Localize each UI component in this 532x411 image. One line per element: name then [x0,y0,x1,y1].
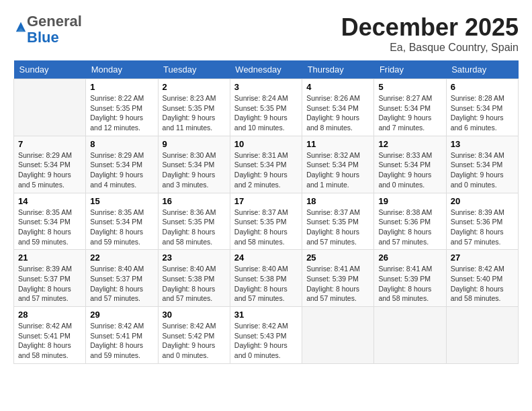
calendar-cell: 24Sunrise: 8:40 AMSunset: 5:38 PMDayligh… [230,250,302,307]
day-info: Sunrise: 8:29 AMSunset: 5:34 PMDaylight:… [90,150,153,190]
logo-blue-text: Blue [27,29,59,46]
calendar-cell: 4Sunrise: 8:26 AMSunset: 5:34 PMDaylight… [302,79,374,136]
logo-icon [15,21,27,33]
day-number: 20 [451,196,514,206]
day-info: Sunrise: 8:33 AMSunset: 5:34 PMDaylight:… [378,150,441,190]
calendar-week-row: 1Sunrise: 8:22 AMSunset: 5:35 PMDaylight… [14,79,519,136]
calendar-cell: 12Sunrise: 8:33 AMSunset: 5:34 PMDayligh… [374,136,446,193]
calendar-cell: 6Sunrise: 8:28 AMSunset: 5:34 PMDaylight… [446,79,518,136]
day-number: 27 [451,253,514,263]
calendar-cell [446,307,518,364]
day-number: 23 [163,253,226,263]
day-info: Sunrise: 8:32 AMSunset: 5:34 PMDaylight:… [306,150,369,190]
day-info: Sunrise: 8:23 AMSunset: 5:35 PMDaylight:… [163,93,226,133]
day-info: Sunrise: 8:31 AMSunset: 5:34 PMDaylight:… [234,150,298,190]
weekday-header: Monday [86,60,158,79]
day-info: Sunrise: 8:38 AMSunset: 5:36 PMDaylight:… [378,208,441,247]
day-info: Sunrise: 8:39 AMSunset: 5:37 PMDaylight:… [18,264,81,304]
day-number: 3 [234,82,298,92]
calendar-cell: 13Sunrise: 8:34 AMSunset: 5:34 PMDayligh… [446,136,518,193]
day-info: Sunrise: 8:41 AMSunset: 5:39 PMDaylight:… [378,264,441,304]
calendar-header: SundayMondayTuesdayWednesdayThursdayFrid… [14,60,519,79]
day-info: Sunrise: 8:42 AMSunset: 5:41 PMDaylight:… [90,321,153,361]
day-number: 24 [234,253,298,263]
weekday-header: Sunday [14,60,86,79]
day-number: 19 [378,196,441,206]
calendar-cell: 17Sunrise: 8:37 AMSunset: 5:35 PMDayligh… [230,193,302,250]
day-number: 22 [90,253,153,263]
calendar-cell: 2Sunrise: 8:23 AMSunset: 5:35 PMDaylight… [158,79,230,136]
calendar-cell: 20Sunrise: 8:39 AMSunset: 5:36 PMDayligh… [446,193,518,250]
weekday-header: Tuesday [158,60,230,79]
calendar-cell: 23Sunrise: 8:40 AMSunset: 5:38 PMDayligh… [158,250,230,307]
day-number: 31 [234,310,298,320]
day-info: Sunrise: 8:41 AMSunset: 5:39 PMDaylight:… [306,264,369,304]
day-number: 8 [90,139,153,149]
day-number: 26 [378,253,441,263]
day-info: Sunrise: 8:35 AMSunset: 5:34 PMDaylight:… [18,208,81,247]
day-number: 28 [18,310,81,320]
day-number: 29 [90,310,153,320]
day-number: 17 [234,196,298,206]
day-number: 30 [163,310,226,320]
calendar-cell: 25Sunrise: 8:41 AMSunset: 5:39 PMDayligh… [302,250,374,307]
calendar-cell: 22Sunrise: 8:40 AMSunset: 5:37 PMDayligh… [86,250,158,307]
location: Ea, Basque Country, Spain [341,42,519,54]
weekday-header: Friday [374,60,446,79]
day-info: Sunrise: 8:42 AMSunset: 5:40 PMDaylight:… [451,264,514,304]
day-info: Sunrise: 8:42 AMSunset: 5:42 PMDaylight:… [163,321,226,361]
calendar-body: 1Sunrise: 8:22 AMSunset: 5:35 PMDaylight… [14,79,519,364]
calendar-week-row: 21Sunrise: 8:39 AMSunset: 5:37 PMDayligh… [14,250,519,307]
day-info: Sunrise: 8:22 AMSunset: 5:35 PMDaylight:… [90,93,153,133]
day-info: Sunrise: 8:37 AMSunset: 5:35 PMDaylight:… [234,208,298,247]
calendar-cell: 30Sunrise: 8:42 AMSunset: 5:42 PMDayligh… [158,307,230,364]
calendar-cell: 16Sunrise: 8:36 AMSunset: 5:35 PMDayligh… [158,193,230,250]
day-info: Sunrise: 8:40 AMSunset: 5:38 PMDaylight:… [163,264,226,304]
calendar-cell: 15Sunrise: 8:35 AMSunset: 5:34 PMDayligh… [86,193,158,250]
day-number: 14 [18,196,81,206]
day-number: 4 [306,82,369,92]
calendar-cell: 14Sunrise: 8:35 AMSunset: 5:34 PMDayligh… [14,193,86,250]
title-area: December 2025 Ea, Basque Country, Spain [341,13,519,54]
day-info: Sunrise: 8:40 AMSunset: 5:37 PMDaylight:… [90,264,153,304]
calendar-cell: 8Sunrise: 8:29 AMSunset: 5:34 PMDaylight… [86,136,158,193]
calendar-cell: 27Sunrise: 8:42 AMSunset: 5:40 PMDayligh… [446,250,518,307]
day-number: 5 [378,82,441,92]
calendar-cell: 7Sunrise: 8:29 AMSunset: 5:34 PMDaylight… [14,136,86,193]
day-number: 9 [163,139,226,149]
calendar-cell: 10Sunrise: 8:31 AMSunset: 5:34 PMDayligh… [230,136,302,193]
day-info: Sunrise: 8:40 AMSunset: 5:38 PMDaylight:… [234,264,298,304]
day-info: Sunrise: 8:37 AMSunset: 5:35 PMDaylight:… [306,208,369,247]
day-info: Sunrise: 8:27 AMSunset: 5:34 PMDaylight:… [378,93,441,133]
weekday-header: Saturday [446,60,518,79]
day-number: 25 [306,253,369,263]
calendar-table: SundayMondayTuesdayWednesdayThursdayFrid… [13,60,519,364]
calendar-cell: 26Sunrise: 8:41 AMSunset: 5:39 PMDayligh… [374,250,446,307]
day-number: 1 [90,82,153,92]
day-number: 21 [18,253,81,263]
day-number: 12 [378,139,441,149]
calendar-week-row: 14Sunrise: 8:35 AMSunset: 5:34 PMDayligh… [14,193,519,250]
weekday-header: Wednesday [230,60,302,79]
day-number: 10 [234,139,298,149]
month-title: December 2025 [341,13,519,42]
header: General Blue December 2025 Ea, Basque Co… [13,13,519,54]
calendar-cell: 11Sunrise: 8:32 AMSunset: 5:34 PMDayligh… [302,136,374,193]
day-number: 15 [90,196,153,206]
day-number: 6 [451,82,514,92]
weekday-header: Thursday [302,60,374,79]
calendar-cell: 29Sunrise: 8:42 AMSunset: 5:41 PMDayligh… [86,307,158,364]
day-number: 7 [18,139,81,149]
calendar-cell [302,307,374,364]
day-number: 18 [306,196,369,206]
calendar-cell: 1Sunrise: 8:22 AMSunset: 5:35 PMDaylight… [86,79,158,136]
day-info: Sunrise: 8:42 AMSunset: 5:41 PMDaylight:… [18,321,81,361]
day-number: 11 [306,139,369,149]
day-info: Sunrise: 8:28 AMSunset: 5:34 PMDaylight:… [451,93,514,133]
day-info: Sunrise: 8:29 AMSunset: 5:34 PMDaylight:… [18,150,81,190]
day-number: 13 [451,139,514,149]
day-info: Sunrise: 8:24 AMSunset: 5:35 PMDaylight:… [234,93,298,133]
calendar-cell: 28Sunrise: 8:42 AMSunset: 5:41 PMDayligh… [14,307,86,364]
logo: General Blue [13,13,82,46]
logo-general-text: General [27,13,82,30]
